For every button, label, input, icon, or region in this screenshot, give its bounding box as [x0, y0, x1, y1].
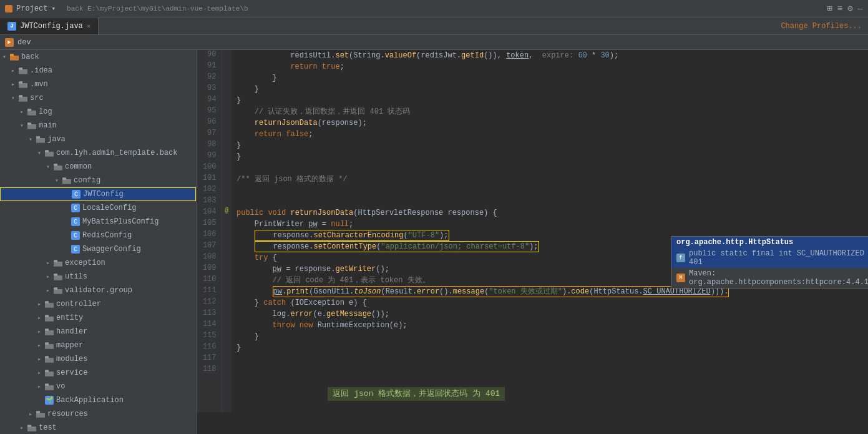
second-bar: ▶ dev	[0, 35, 868, 50]
gear-icon[interactable]: ⚙	[847, 3, 852, 14]
line-code-97: return false;	[232, 129, 868, 140]
arrow-com	[37, 149, 45, 157]
line-num-116: 116	[197, 342, 222, 353]
sidebar-item-src[interactable]: src	[0, 91, 196, 105]
gutter-92	[222, 72, 232, 84]
gutter-99	[222, 151, 232, 162]
sidebar-item-modules[interactable]: modules	[0, 352, 196, 366]
svg-rect-11	[27, 122, 31, 125]
sidebar-item-idea[interactable]: .idea	[0, 64, 196, 77]
sidebar-item-validator[interactable]: validator.group	[0, 284, 196, 297]
folder-icon-src	[19, 95, 27, 102]
line-num-100: 100	[197, 162, 222, 174]
code-line-97: 97 return false;	[197, 129, 868, 140]
project-dropdown[interactable]: ▾	[51, 4, 56, 12]
project-path: back E:\myProject\myGit\admin-vue-templa…	[67, 5, 248, 12]
gutter-95	[222, 106, 232, 117]
autocomplete-item-icon-0: f	[676, 254, 685, 262]
tab-close-button[interactable]: ✕	[87, 22, 91, 30]
line-code-99: }	[232, 151, 868, 162]
svg-rect-13	[36, 136, 40, 139]
svg-rect-15	[45, 150, 49, 152]
folder-icon-back	[10, 54, 19, 61]
gutter-105	[222, 219, 232, 230]
sidebar-item-handler[interactable]: handler	[0, 325, 196, 338]
svg-rect-22	[54, 275, 62, 280]
gutter-97	[222, 129, 232, 140]
svg-rect-6	[19, 96, 27, 101]
sidebar-item-controller[interactable]: controller	[0, 297, 196, 311]
java-icon-swaggerconfig: C	[71, 245, 80, 254]
sidebar-label-test: test	[39, 423, 57, 432]
sidebar-item-backapplication[interactable]: 🌱 BackApplication	[0, 393, 196, 407]
sidebar-item-com[interactable]: com.lyh.admin_template.back	[0, 146, 196, 160]
gutter-93	[222, 84, 232, 95]
sidebar-item-exception[interactable]: exception	[0, 256, 196, 270]
tab-jwtconfig[interactable]: J JWTConfig.java ✕	[0, 17, 99, 34]
sidebar-label-utils: utils	[65, 272, 87, 281]
sidebar-label-jwtconfig: JWTConfig	[83, 190, 124, 199]
arrow-test	[20, 424, 27, 432]
svg-rect-28	[45, 316, 54, 321]
sidebar-item-redisconfig[interactable]: C RedisConfig	[0, 229, 196, 242]
sidebar-item-service[interactable]: service	[0, 366, 196, 380]
sidebar-item-log[interactable]: log	[0, 105, 196, 119]
autocomplete-row-0[interactable]: f public static final int SC_UNAUTHORIZE…	[671, 248, 868, 268]
java-spring-icon-backapplication: 🌱	[45, 396, 54, 405]
sidebar-item-mybatisplusconfig[interactable]: C MyBatisPlusConfig	[0, 215, 196, 229]
folder-icon-controller	[45, 301, 54, 308]
sidebar-label-mapper: mapper	[56, 341, 83, 350]
sidebar-label-log: log	[39, 107, 52, 116]
line-code-116: }	[232, 342, 868, 353]
svg-rect-35	[45, 356, 49, 358]
java-icon-localeconfig: C	[71, 204, 80, 212]
code-editor[interactable]: 90 redisUtil.set(String.valueOf(redisJwt…	[197, 50, 868, 434]
svg-rect-18	[62, 179, 71, 184]
sidebar-item-vo[interactable]: vo	[0, 380, 196, 393]
line-num-106: 106	[197, 230, 222, 241]
sidebar-item-java[interactable]: java	[0, 132, 196, 146]
sidebar-item-resources[interactable]: resources	[0, 407, 196, 421]
grid-icon[interactable]: ⊞	[827, 3, 832, 14]
sidebar-item-main[interactable]: main	[0, 119, 196, 132]
sidebar-item-common[interactable]: common	[0, 160, 196, 174]
code-line-105: 105 PrintWriter pw = null;	[197, 219, 868, 230]
gutter-107	[222, 241, 232, 252]
gutter-94	[222, 95, 232, 106]
sidebar-item-entity[interactable]: entity	[0, 311, 196, 325]
code-line-117: 117	[197, 353, 868, 365]
gutter-104: @	[222, 207, 232, 219]
sidebar-item-utils[interactable]: utils	[0, 270, 196, 284]
folder-icon-service	[45, 370, 54, 377]
svg-rect-19	[62, 177, 66, 180]
code-line-115: 115 }	[197, 331, 868, 342]
change-profiles-button[interactable]: Change Profiles...	[781, 17, 868, 34]
sidebar-item-swaggerconfig[interactable]: C SwaggerConfig	[0, 242, 196, 256]
code-line-98: 98 }	[197, 140, 868, 151]
java-icon-redisconfig: C	[71, 231, 80, 240]
code-line-101: 101 /** 返回 json 格式的数据 */	[197, 174, 868, 185]
sidebar-item-mvn[interactable]: .mvn	[0, 77, 196, 91]
java-file-icon: J	[7, 22, 16, 31]
sidebar-item-back[interactable]: back	[0, 50, 196, 64]
line-num-94: 94	[197, 95, 222, 106]
line-num-97: 97	[197, 129, 222, 140]
code-line-113: 113 log.error(e.getMessage());	[197, 308, 868, 320]
sidebar-item-localeconfig[interactable]: C LocaleConfig	[0, 201, 196, 215]
folder-icon-log	[27, 109, 36, 116]
sidebar-label-java: java	[47, 135, 66, 144]
sidebar-item-jwtconfig[interactable]: C JWTConfig	[0, 187, 196, 201]
line-code-103	[232, 196, 868, 207]
gutter-115	[222, 331, 232, 342]
sidebar-item-mapper[interactable]: mapper	[0, 338, 196, 352]
code-line-118: 118	[197, 365, 868, 376]
gutter-116	[222, 342, 232, 353]
sidebar-label-handler: handler	[56, 327, 87, 336]
sidebar-item-test[interactable]: test	[0, 421, 196, 434]
autocomplete-row-1[interactable]: M Maven: org.apache.httpcomponents:httpc…	[671, 268, 868, 288]
sidebar-item-config[interactable]: config	[0, 174, 196, 187]
minus-icon[interactable]: —	[858, 4, 863, 14]
svg-rect-8	[27, 110, 36, 115]
list-icon[interactable]: ≡	[837, 4, 842, 14]
arrow-controller	[37, 300, 45, 308]
